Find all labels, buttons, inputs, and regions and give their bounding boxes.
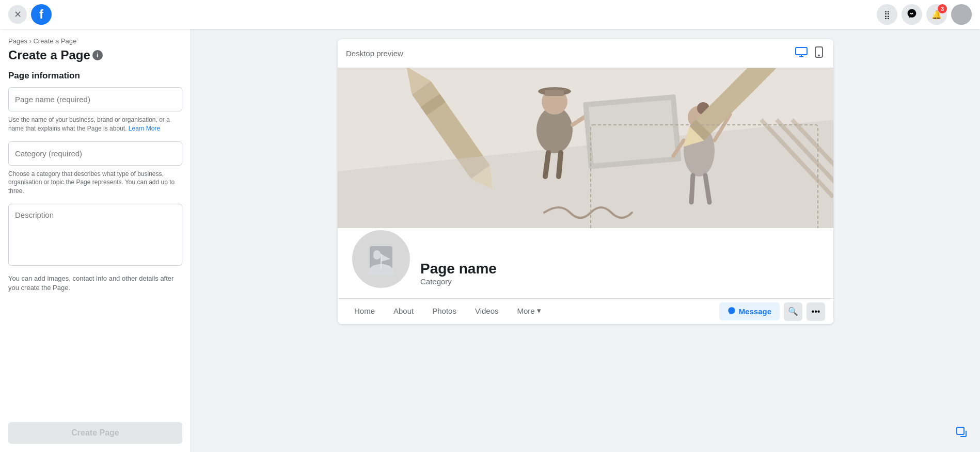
profile-avatar: [350, 228, 412, 290]
svg-line-25: [691, 175, 693, 202]
topbar-right: ⣿ 🔔 3: [877, 4, 972, 25]
svg-line-17: [559, 153, 561, 176]
main-layout: Pages › Create a Page Create a Page i Pa…: [0, 29, 980, 452]
preview-area: Desktop preview: [191, 29, 980, 452]
new-tab-button[interactable]: [951, 423, 972, 444]
images-hint: You can add images, contact info and oth…: [8, 274, 182, 293]
breadcrumb: Pages › Create a Page: [8, 37, 182, 45]
topbar: ✕ f ⣿ 🔔 3: [0, 0, 980, 29]
more-chevron-icon: ▾: [537, 306, 541, 315]
grid-icon: ⣿: [884, 10, 890, 20]
nav-tab-videos[interactable]: Videos: [467, 299, 507, 324]
category-hint: Choose a category that describes what ty…: [8, 170, 182, 196]
page-name-input[interactable]: [8, 87, 182, 111]
preview-title: Desktop preview: [346, 49, 403, 58]
preview-card: Desktop preview: [338, 39, 833, 324]
topbar-left: ✕ f: [8, 4, 52, 25]
svg-rect-39: [957, 427, 964, 434]
create-page-button[interactable]: Create Page: [8, 422, 182, 444]
nav-tab-photos[interactable]: Photos: [424, 299, 465, 324]
profile-section: Page name Category: [338, 228, 833, 298]
category-input[interactable]: [8, 141, 182, 166]
grid-menu-button[interactable]: ⣿: [877, 4, 897, 25]
svg-rect-0: [796, 47, 807, 55]
profile-avatar-button[interactable]: [951, 4, 972, 25]
messenger-button[interactable]: [902, 4, 922, 25]
preview-header: Desktop preview: [338, 39, 833, 68]
svg-rect-19: [589, 100, 676, 164]
close-button[interactable]: ✕: [8, 5, 27, 24]
new-tab-icon: [955, 428, 968, 441]
desktop-view-button[interactable]: [793, 44, 810, 62]
nav-tab-home[interactable]: Home: [346, 299, 383, 324]
svg-line-16: [545, 153, 548, 176]
learn-more-link[interactable]: Learn More: [129, 125, 160, 132]
info-icon[interactable]: i: [92, 50, 103, 60]
page-name-hint: Use the name of your business, brand or …: [8, 116, 182, 133]
profile-info: Page name Category: [420, 261, 497, 290]
nav-tab-more[interactable]: More ▾: [509, 299, 549, 324]
notifications-button[interactable]: 🔔 3: [926, 4, 947, 25]
preview-view-buttons: [793, 44, 825, 62]
close-icon: ✕: [14, 9, 22, 20]
facebook-logo: f: [31, 4, 52, 25]
messenger-small-icon: [728, 306, 736, 316]
ellipsis-icon: •••: [812, 307, 820, 316]
description-input[interactable]: [8, 204, 182, 266]
message-button[interactable]: Message: [719, 302, 780, 320]
search-nav-button[interactable]: 🔍: [784, 302, 802, 321]
nav-actions: Message 🔍 •••: [719, 302, 825, 321]
svg-rect-36: [373, 250, 381, 260]
more-options-button[interactable]: •••: [807, 302, 825, 321]
notification-badge: 3: [938, 4, 947, 13]
cover-photo: [338, 68, 833, 249]
page-title: Create a Page: [8, 48, 90, 62]
mobile-icon: [815, 49, 823, 60]
profile-category: Category: [420, 277, 497, 286]
mobile-view-button[interactable]: [813, 44, 825, 62]
svg-point-4: [818, 55, 819, 56]
sidebar: Pages › Create a Page Create a Page i Pa…: [0, 29, 191, 452]
profile-name: Page name: [420, 261, 497, 277]
svg-rect-14: [545, 90, 564, 96]
search-icon: 🔍: [788, 306, 798, 316]
page-nav: Home About Photos Videos More ▾ Message: [338, 298, 833, 324]
nav-tabs: Home About Photos Videos More ▾: [346, 299, 549, 324]
messenger-icon: [907, 8, 917, 21]
section-title: Page information: [8, 71, 182, 81]
desktop-icon: [795, 48, 808, 59]
nav-tab-about[interactable]: About: [385, 299, 422, 324]
